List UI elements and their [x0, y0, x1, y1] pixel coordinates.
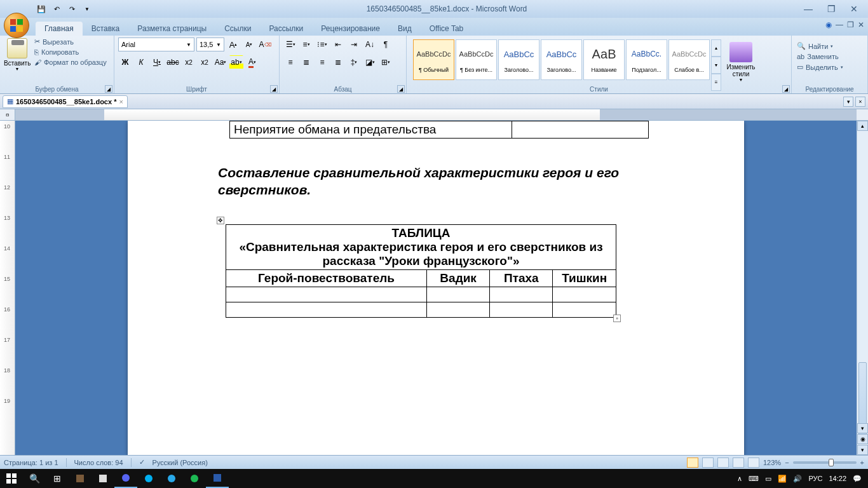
shading-button[interactable]: ◪▾ [363, 55, 377, 69]
table-header-cell[interactable]: Вадик [427, 269, 490, 287]
font-name-combo[interactable]: Arial▼ [118, 37, 194, 51]
vertical-ruler[interactable]: 1011 1213 1415 1617 1819 [0, 121, 15, 455]
table-header-cell[interactable]: Птаха [490, 269, 553, 287]
numbering-button[interactable]: ≡▾ [299, 37, 313, 51]
table-header-cell[interactable]: Тишкин [553, 269, 616, 287]
bullets-button[interactable]: ☰▾ [283, 37, 297, 51]
help-icon[interactable]: ◉ [825, 20, 832, 29]
tab-office[interactable]: Office Tab [421, 22, 473, 36]
tray-battery-icon[interactable]: ▭ [765, 475, 771, 483]
grow-font-icon[interactable]: A▴ [226, 37, 240, 51]
tray-keyboard-icon[interactable]: ⌨ [749, 475, 759, 483]
style-item[interactable]: AaBbCcЗаголово... [541, 39, 582, 80]
style-item[interactable]: AaBbCc.Подзагол... [626, 39, 667, 80]
paste-button[interactable]: Вставить ▼ [4, 37, 31, 71]
shrink-font-icon[interactable]: A▾ [242, 37, 256, 51]
tab-mailings[interactable]: Рассылки [260, 22, 312, 36]
style-item[interactable]: AaBbCcЗаголово... [498, 39, 539, 80]
underline-button[interactable]: Ч▾ [150, 55, 164, 69]
multilevel-button[interactable]: ⁝≡▾ [315, 37, 329, 51]
table-resize-handle-icon[interactable]: ▫ [613, 315, 621, 322]
sort-button[interactable]: A↓ [363, 37, 377, 51]
dialog-launcher-icon[interactable]: ◢ [782, 85, 790, 93]
bold-button[interactable]: Ж [118, 55, 132, 69]
style-item[interactable]: AaBbCcDc¶ Без инте... [456, 39, 497, 80]
zoom-out-button[interactable]: − [785, 459, 789, 466]
zoom-level[interactable]: 123% [763, 459, 781, 466]
tab-view[interactable]: Вид [389, 22, 421, 36]
web-view-icon[interactable] [717, 458, 729, 468]
document-tab[interactable]: ▦ 1650346500485__85ke1.docx * × [3, 95, 128, 108]
prev-page-icon[interactable]: ◉ [857, 434, 868, 444]
table-row[interactable]: Неприятие обмана и предательства [229, 121, 649, 139]
ribbon-restore-icon[interactable]: ❐ [847, 20, 854, 29]
office-button[interactable] [4, 13, 29, 38]
align-left-button[interactable]: ≡ [283, 55, 297, 69]
styles-down-icon[interactable]: ▾ [711, 57, 721, 74]
spellcheck-icon[interactable]: ✓ [139, 458, 145, 466]
subscript-button[interactable]: x2 [182, 55, 196, 69]
cut-button[interactable]: ✂Вырезать [33, 37, 108, 46]
tray-language[interactable]: РУС [808, 475, 822, 482]
format-painter-button[interactable]: 🖌Формат по образцу [33, 58, 108, 67]
table-header-cell[interactable]: Герой-повествователь [226, 269, 427, 287]
qa-dropdown-icon[interactable]: ▼ [80, 2, 94, 16]
style-item[interactable]: AaBbCcDcСлабое в... [668, 39, 710, 80]
taskbar-app-2[interactable] [92, 469, 114, 488]
tab-home[interactable]: Главная [36, 22, 83, 36]
close-tab-icon[interactable]: × [119, 98, 123, 105]
styles-up-icon[interactable]: ▴ [711, 39, 721, 57]
tab-references[interactable]: Ссылки [215, 22, 260, 36]
style-item[interactable]: AaBbCcDc¶ Обычный [413, 39, 454, 80]
scroll-down-icon[interactable]: ▾ [857, 423, 868, 433]
table-header-row[interactable]: Герой-повествователь Вадик Птаха Тишкин [226, 269, 616, 287]
tray-chevron-icon[interactable]: ∧ [737, 475, 742, 483]
zoom-slider[interactable] [793, 461, 857, 464]
word-count[interactable]: Число слов: 94 [74, 459, 123, 466]
tab-insert[interactable]: Вставка [83, 22, 129, 36]
strike-button[interactable]: abc [166, 55, 180, 69]
tray-wifi-icon[interactable]: 📶 [778, 475, 787, 483]
scroll-up-icon[interactable]: ▴ [857, 121, 868, 131]
highlight-button[interactable]: ab▾ [229, 55, 243, 69]
tab-close-icon[interactable]: × [855, 97, 865, 107]
task-view-icon[interactable]: ⊞ [46, 469, 69, 488]
change-styles-button[interactable]: Изменить стили▼ [722, 39, 759, 91]
outline-view-icon[interactable] [733, 458, 744, 468]
language-status[interactable]: Русский (Россия) [153, 459, 208, 466]
dialog-launcher-icon[interactable]: ◢ [270, 85, 278, 93]
align-center-button[interactable]: ≣ [299, 55, 313, 69]
tray-clock[interactable]: 14:22 [829, 475, 846, 482]
draft-view-icon[interactable] [748, 458, 759, 468]
line-spacing-button[interactable]: ‡▾ [347, 55, 361, 69]
dialog-launcher-icon[interactable]: ◢ [105, 85, 112, 93]
align-right-button[interactable]: ≡ [315, 55, 329, 69]
horizontal-ruler[interactable]: ▫ [0, 109, 868, 121]
fullscreen-view-icon[interactable] [702, 458, 714, 468]
table-row[interactable] [226, 302, 616, 317]
taskbar-discord-icon[interactable] [114, 469, 137, 488]
indent-inc-button[interactable]: ⇥ [347, 37, 361, 51]
ribbon-minimize-icon[interactable]: — [836, 20, 843, 29]
taskbar-spotify-icon[interactable] [183, 469, 206, 488]
taskbar-telegram-icon[interactable] [160, 469, 183, 488]
table-cell[interactable]: Неприятие обмана и предательства [230, 121, 512, 138]
page[interactable]: Неприятие обмана и предательства Составл… [128, 121, 744, 455]
find-button[interactable]: 🔍Найти▾ [796, 41, 864, 51]
style-item[interactable]: АаВНазвание [583, 39, 625, 80]
tab-layout[interactable]: Разметка страницы [128, 22, 215, 36]
zoom-in-button[interactable]: + [860, 459, 864, 466]
vertical-scrollbar[interactable]: ▴ ▾ ◉ ▾ [857, 121, 868, 455]
maximize-button[interactable]: ❐ [822, 3, 840, 15]
clear-format-icon[interactable]: A⌫ [258, 37, 272, 51]
align-justify-button[interactable]: ≣ [331, 55, 345, 69]
font-color-button[interactable]: A▾ [245, 55, 259, 69]
font-size-combo[interactable]: 13,5▼ [196, 37, 224, 51]
taskbar-app-1[interactable] [69, 469, 92, 488]
change-case-button[interactable]: Aa▾ [214, 55, 227, 69]
close-button[interactable]: ✕ [845, 3, 863, 15]
paragraph-title[interactable]: Составление сравнительной характеристики… [218, 164, 649, 199]
minimize-button[interactable]: — [799, 3, 817, 15]
table-row[interactable] [226, 287, 616, 302]
borders-button[interactable]: ⊞▾ [379, 55, 393, 69]
